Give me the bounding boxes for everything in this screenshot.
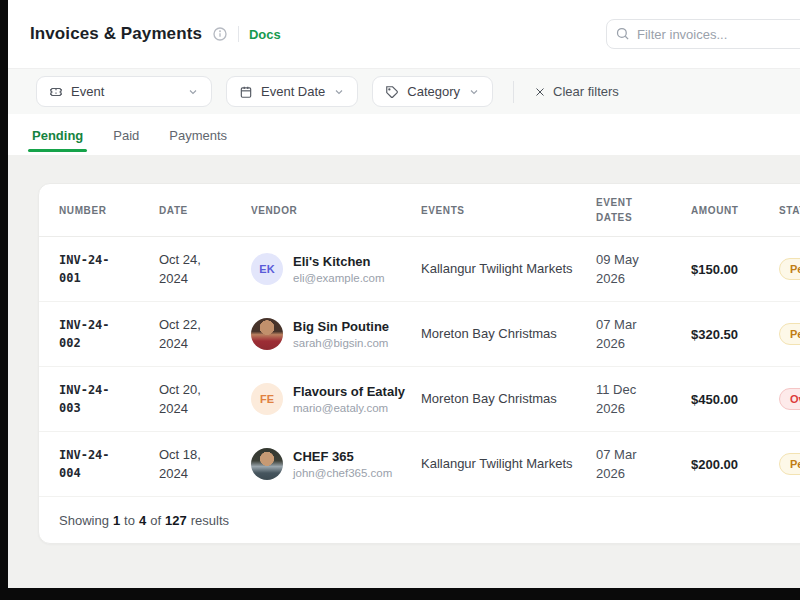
invoice-number: INV-24-002 xyxy=(59,316,125,352)
results-summary-word: Showing xyxy=(59,513,109,528)
screen-edge-bottom xyxy=(8,588,800,600)
filter-category-label: Category xyxy=(407,84,460,99)
amount: $200.00 xyxy=(691,457,779,472)
status-cell: Pending xyxy=(779,258,800,280)
event-name: Moreton Bay Christmas xyxy=(421,390,596,408)
results-to: 4 xyxy=(139,513,146,528)
avatar xyxy=(251,318,283,350)
page-title: Invoices & Payments xyxy=(30,24,202,44)
invoice-number: INV-24-004 xyxy=(59,446,125,482)
title-group: Invoices & Payments Docs xyxy=(30,24,281,44)
chevron-down-icon xyxy=(333,86,345,98)
avatar xyxy=(251,448,283,480)
filter-event-button[interactable]: Event xyxy=(36,76,212,107)
vendor-cell: CHEF 365 john@chef365.com xyxy=(251,448,421,480)
tab-payments-label: Payments xyxy=(169,128,227,143)
filter-bar: Event Event Date Category xyxy=(8,68,800,114)
table-row[interactable]: INV-24-001 Oct 24, 2024 EK Eli's Kitchen… xyxy=(39,237,800,302)
header-actions xyxy=(606,19,800,49)
status-cell: Pending xyxy=(779,453,800,475)
active-tab-indicator xyxy=(28,149,87,152)
filter-event-label: Event xyxy=(71,84,104,99)
tab-payments[interactable]: Payments xyxy=(169,114,227,155)
header-divider xyxy=(238,26,239,42)
invoices-table-card: Number Date Vendor Events Event Dates Am… xyxy=(38,183,800,544)
table-row[interactable]: INV-24-003 Oct 20, 2024 FE Flavours of E… xyxy=(39,367,800,432)
ticket-icon xyxy=(49,85,63,99)
table-header-row: Number Date Vendor Events Event Dates Am… xyxy=(39,184,800,237)
vendor-email: eli@example.com xyxy=(293,272,385,284)
vendor-email: sarah@bigsin.com xyxy=(293,337,389,349)
vendor-cell: Big Sin Poutine sarah@bigsin.com xyxy=(251,318,421,350)
status-badge: Pending xyxy=(779,453,800,475)
clear-filters-label: Clear filters xyxy=(553,84,619,99)
invoice-date: Oct 18, 2024 xyxy=(159,445,217,484)
results-word: results xyxy=(191,513,229,528)
event-name: Kallangur Twilight Markets xyxy=(421,455,596,473)
event-date: 07 Mar 2026 xyxy=(596,315,648,354)
event-date: 07 Mar 2026 xyxy=(596,445,648,484)
close-icon xyxy=(534,86,546,98)
search-icon xyxy=(615,26,630,41)
vendor-cell: EK Eli's Kitchen eli@example.com xyxy=(251,253,421,285)
event-name: Kallangur Twilight Markets xyxy=(421,260,596,278)
docs-link[interactable]: Docs xyxy=(249,27,281,42)
vendor-cell: FE Flavours of Eataly mario@eataly.com xyxy=(251,383,421,415)
event-date: 09 May 2026 xyxy=(596,250,648,289)
vendor-name: Eli's Kitchen xyxy=(293,254,385,271)
tag-icon xyxy=(385,85,399,99)
amount: $320.50 xyxy=(691,327,779,342)
event-name: Moreton Bay Christmas xyxy=(421,325,596,343)
vendor-name: Big Sin Poutine xyxy=(293,319,389,336)
vendor-name: Flavours of Eataly xyxy=(293,384,405,401)
tab-pending[interactable]: Pending xyxy=(32,114,83,155)
table-footer: Showing 1 to 4 of 127 results xyxy=(39,497,800,543)
page-header: Invoices & Payments Docs xyxy=(8,0,800,68)
search-box xyxy=(606,19,800,49)
col-event-dates: Event Dates xyxy=(596,195,691,225)
results-from: 1 xyxy=(113,513,120,528)
amount: $450.00 xyxy=(691,392,779,407)
col-events: Events xyxy=(421,203,596,218)
main-content: Number Date Vendor Events Event Dates Am… xyxy=(8,155,800,588)
vendor-text: Flavours of Eataly mario@eataly.com xyxy=(293,384,405,414)
col-date: Date xyxy=(159,203,251,218)
filter-event-date-button[interactable]: Event Date xyxy=(226,76,358,107)
amount: $150.00 xyxy=(691,262,779,277)
status-cell: Overdue xyxy=(779,388,800,410)
search-input[interactable] xyxy=(606,19,800,49)
results-to-word: to xyxy=(124,513,135,528)
info-icon[interactable] xyxy=(212,26,228,42)
tab-paid[interactable]: Paid xyxy=(113,114,139,155)
col-amount: Amount xyxy=(691,203,779,218)
event-date: 11 Dec 2026 xyxy=(596,380,648,419)
invoice-date: Oct 22, 2024 xyxy=(159,315,217,354)
avatar: EK xyxy=(251,253,283,285)
filter-divider xyxy=(513,81,514,103)
status-badge: Pending xyxy=(779,258,800,280)
invoice-date: Oct 20, 2024 xyxy=(159,380,217,419)
vendor-email: mario@eataly.com xyxy=(293,402,405,414)
screen-edge-left xyxy=(0,0,8,600)
clear-filters-button[interactable]: Clear filters xyxy=(534,84,619,99)
table-row[interactable]: INV-24-002 Oct 22, 2024 Big Sin Poutine … xyxy=(39,302,800,367)
filter-category-button[interactable]: Category xyxy=(372,76,493,107)
col-number: Number xyxy=(59,203,159,218)
invoice-date: Oct 24, 2024 xyxy=(159,250,217,289)
vendor-name: CHEF 365 xyxy=(293,449,392,466)
results-total: 127 xyxy=(165,513,187,528)
filter-event-date-label: Event Date xyxy=(261,84,325,99)
avatar: FE xyxy=(251,383,283,415)
tab-paid-label: Paid xyxy=(113,128,139,143)
app-window: Invoices & Payments Docs xyxy=(8,0,800,600)
chevron-down-icon xyxy=(468,86,480,98)
status-badge: Overdue xyxy=(779,388,800,410)
invoice-number: INV-24-003 xyxy=(59,381,125,417)
results-of-word: of xyxy=(150,513,161,528)
calendar-icon xyxy=(239,85,253,99)
table-row[interactable]: INV-24-004 Oct 18, 2024 CHEF 365 john@ch… xyxy=(39,432,800,497)
status-cell: Pending xyxy=(779,323,800,345)
chevron-down-icon xyxy=(187,86,199,98)
status-badge: Pending xyxy=(779,323,800,345)
col-status: Status xyxy=(779,203,800,218)
